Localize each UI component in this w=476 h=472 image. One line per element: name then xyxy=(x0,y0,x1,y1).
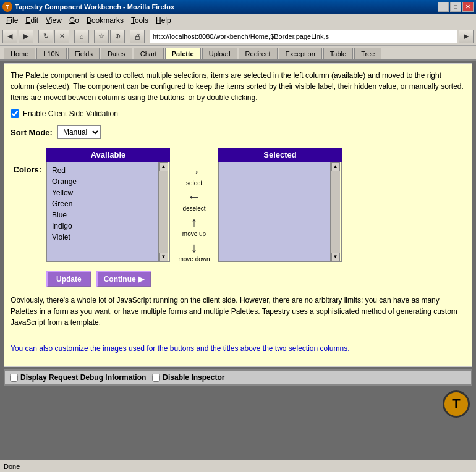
window-controls[interactable]: ─ □ ✕ xyxy=(438,2,474,12)
disable-inspector-checkbox-group: Disable Inspector xyxy=(152,373,224,382)
reload-button[interactable]: ↻ xyxy=(38,30,53,43)
tab-tree[interactable]: Tree xyxy=(354,48,381,59)
palette-row: Colors: Available Red Orange Yellow Gree… xyxy=(11,146,465,263)
display-debug-checkbox-group: Display Request Debug Information xyxy=(10,373,146,382)
list-item[interactable]: Green xyxy=(49,198,156,209)
list-item[interactable]: Violet xyxy=(49,232,156,243)
toolbar: ◀ ▶ ↻ ✕ ⌂ ☆ ⊕ 🖨 http://localhost:8080/wo… xyxy=(0,27,476,46)
stop-button[interactable]: ✕ xyxy=(54,30,69,43)
list-item[interactable]: Red xyxy=(49,165,156,176)
action-buttons-row: Update Continue ▶ xyxy=(46,271,465,287)
disable-inspector-label: Disable Inspector xyxy=(163,373,224,382)
status-bar: Done xyxy=(0,460,476,472)
selected-scrollbar[interactable]: ▲ ▼ xyxy=(330,162,340,261)
forward-button[interactable]: ▶ xyxy=(19,30,33,43)
main-content: The Palette component is used to collect… xyxy=(4,63,472,367)
menu-bookmarks[interactable]: Bookmarks xyxy=(83,15,127,26)
tab-upload[interactable]: Upload xyxy=(202,48,237,59)
selected-list[interactable] xyxy=(219,162,330,261)
selected-header: Selected xyxy=(218,148,342,162)
select-label: select xyxy=(186,180,202,187)
display-debug-checkbox[interactable] xyxy=(10,374,18,382)
move-down-button-group: ↓ move down xyxy=(178,241,210,263)
description: The Palette component is used to collect… xyxy=(11,70,465,103)
select-button-group: → select xyxy=(186,165,202,187)
back-button[interactable]: ◀ xyxy=(2,30,17,43)
bottom-text-link: You can also customize the images used f… xyxy=(11,344,350,353)
print-button[interactable]: 🖨 xyxy=(130,30,145,43)
list-item[interactable]: Yellow xyxy=(49,187,156,198)
deselect-label: deselect xyxy=(182,205,205,212)
palette-control-buttons: → select ← deselect ↑ move up ↓ move dow… xyxy=(172,146,216,263)
address-text: http://localhost:8080/workbench/Home,$Bo… xyxy=(153,33,329,40)
scroll-down-arrow[interactable]: ▼ xyxy=(331,253,340,261)
available-header: Available xyxy=(46,148,170,162)
selected-list-container: Selected ▲ ▼ xyxy=(218,148,342,262)
tab-l10n[interactable]: L10N xyxy=(36,48,66,59)
maximize-button[interactable]: □ xyxy=(450,2,461,12)
address-bar[interactable]: http://localhost:8080/workbench/Home,$Bo… xyxy=(150,30,457,43)
window-title: Tapestry Component Workbench - Mozilla F… xyxy=(15,3,438,11)
menu-bar: File Edit View Go Bookmarks Tools Help xyxy=(0,14,476,27)
continue-label: Continue xyxy=(104,275,136,284)
tab-dates[interactable]: Dates xyxy=(101,48,132,59)
move-up-label: move up xyxy=(182,230,206,237)
move-down-arrow-icon[interactable]: ↓ xyxy=(190,241,197,255)
menu-edit[interactable]: Edit xyxy=(22,15,42,26)
minimize-button[interactable]: ─ xyxy=(438,2,449,12)
deselect-button-group: ← deselect xyxy=(182,190,205,212)
navigation-tabs: Home L10N Fields Dates Chart Palette Upl… xyxy=(0,46,476,61)
sort-mode-select[interactable]: Manual Label Value xyxy=(57,125,101,139)
disable-inspector-checkbox[interactable] xyxy=(152,374,160,382)
close-button[interactable]: ✕ xyxy=(462,2,474,12)
deselect-arrow-icon[interactable]: ← xyxy=(187,190,201,204)
app-icon: T xyxy=(2,2,12,12)
update-button[interactable]: Update xyxy=(46,271,91,287)
debug-bar: Display Request Debug Information Disabl… xyxy=(4,369,472,386)
validation-checkbox[interactable] xyxy=(11,109,19,118)
list-item[interactable]: Blue xyxy=(49,209,156,221)
select-arrow-icon[interactable]: → xyxy=(187,165,201,179)
available-scrollbar[interactable]: ▲ ▼ xyxy=(158,162,168,261)
palette-colors-label: Colors: xyxy=(11,146,41,174)
tab-redirect[interactable]: Redirect xyxy=(239,48,278,59)
bottom-text-1: Obviously, there's a whole lot of JavaSc… xyxy=(11,295,465,328)
go-button[interactable]: ▶ xyxy=(459,30,474,43)
menu-view[interactable]: View xyxy=(42,15,66,26)
list-item[interactable]: Indigo xyxy=(49,221,156,232)
move-up-arrow-icon[interactable]: ↑ xyxy=(190,216,197,229)
available-list[interactable]: Red Orange Yellow Green Blue Indigo Viol… xyxy=(47,162,158,261)
validation-checkbox-row: Enable Client Side Validation xyxy=(11,109,465,118)
title-bar: T Tapestry Component Workbench - Mozilla… xyxy=(0,0,476,14)
validation-label: Enable Client Side Validation xyxy=(23,109,118,118)
tab-palette[interactable]: Palette xyxy=(165,48,201,59)
status-text: Done xyxy=(4,463,20,470)
palette-container: Available Red Orange Yellow Green Blue I… xyxy=(46,146,342,263)
bookmarks-list-button[interactable]: ⊕ xyxy=(110,30,125,43)
list-item[interactable]: Orange xyxy=(49,176,156,187)
tab-table[interactable]: Table xyxy=(323,48,353,59)
scroll-up-arrow[interactable]: ▲ xyxy=(159,162,168,171)
menu-file[interactable]: File xyxy=(2,15,22,26)
continue-button[interactable]: Continue ▶ xyxy=(96,271,151,287)
logo-area: T xyxy=(0,388,476,420)
available-list-wrap: Red Orange Yellow Green Blue Indigo Viol… xyxy=(46,162,170,262)
move-up-button-group: ↑ move up xyxy=(182,216,206,237)
tab-exception[interactable]: Exception xyxy=(279,48,322,59)
sort-mode-row: Sort Mode: Manual Label Value xyxy=(11,125,465,139)
bookmark-button[interactable]: ☆ xyxy=(94,30,109,43)
tab-home[interactable]: Home xyxy=(4,48,35,59)
display-debug-label: Display Request Debug Information xyxy=(20,373,146,382)
menu-help[interactable]: Help xyxy=(152,15,175,26)
tab-chart[interactable]: Chart xyxy=(134,48,164,59)
menu-tools[interactable]: Tools xyxy=(127,15,152,26)
tab-fields[interactable]: Fields xyxy=(68,48,100,59)
sort-mode-label: Sort Mode: xyxy=(11,128,53,137)
home-button[interactable]: ⌂ xyxy=(74,30,89,43)
move-down-label: move down xyxy=(178,256,210,263)
scroll-down-arrow[interactable]: ▼ xyxy=(159,253,168,261)
logo-text: T xyxy=(452,396,460,412)
continue-arrow-icon: ▶ xyxy=(138,275,144,284)
menu-go[interactable]: Go xyxy=(66,15,83,26)
scroll-up-arrow[interactable]: ▲ xyxy=(331,162,340,171)
